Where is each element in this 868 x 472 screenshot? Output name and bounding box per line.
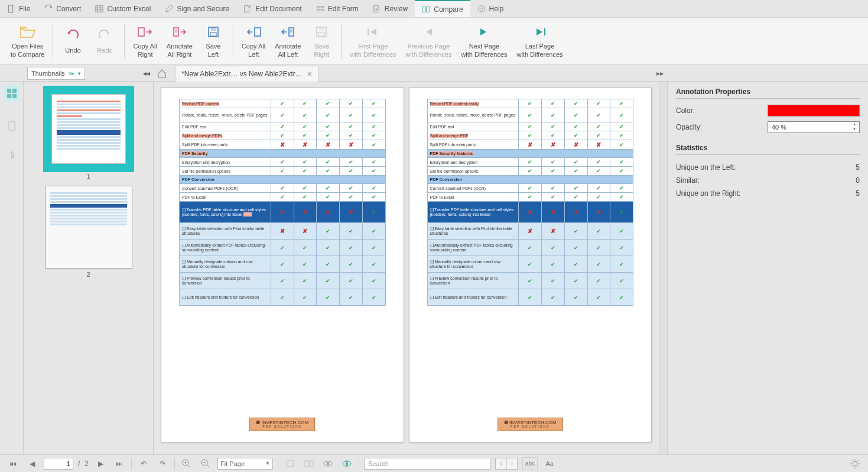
view-mode-2-icon[interactable] [302,457,316,470]
redo-label: Redo [97,47,112,54]
rotate-cw-button[interactable]: ↷ [155,457,170,470]
menu-custom-excel-label: Custom Excel [107,5,151,13]
thumbnails-tool-icon[interactable] [4,85,20,102]
bookmarks-tool-icon[interactable] [4,118,20,135]
home-button[interactable] [154,66,170,80]
menu-review[interactable]: Review [366,0,415,17]
svg-rect-32 [7,94,11,98]
color-swatch[interactable] [768,105,860,117]
document-tab-title: *New Able2Extr… vs New Able2Extr… [181,70,303,78]
thumbnail-mode-select[interactable]: Thumbnails ≡▸ ▾ [27,67,85,80]
edit-doc-icon [243,5,252,13]
zoom-mode-select[interactable]: Fit Page ▼ [217,458,273,470]
copy-all-right-button[interactable]: Copy All Right [128,18,161,64]
case-toggle[interactable]: Aa [542,457,557,470]
first-page-button[interactable]: ⏮ [6,457,20,470]
ribbon-divider [124,24,125,59]
menu-edit-form[interactable]: Edit Form [309,0,366,17]
menu-sign-secure[interactable]: Sign and Secure [158,0,236,17]
menu-file[interactable]: File [0,0,37,17]
convert-icon [44,5,53,13]
close-tab-icon[interactable]: × [307,69,312,79]
thumbnail-list[interactable]: 1 2 [24,82,153,454]
search-placeholder: Search [368,460,389,467]
copy-all-left-button[interactable]: Copy All Left [237,18,270,64]
status-divider [131,458,132,470]
svg-point-50 [853,461,857,466]
spinner-down-icon[interactable]: ▼ [851,127,858,132]
rotate-ccw-button[interactable]: ↶ [136,457,151,470]
svg-line-58 [851,466,853,467]
page-number-input[interactable] [44,458,73,470]
menu-compare[interactable]: Compare [415,0,470,17]
whole-word-toggle[interactable]: abc [522,457,538,470]
collapse-panel-icon[interactable]: ◂◂ [143,69,150,77]
save-left-button[interactable]: Save Left [197,18,229,64]
expand-right-panel-icon[interactable]: ▸▸ [656,69,664,77]
svg-rect-20 [210,33,216,36]
svg-rect-42 [287,461,294,467]
next-page-label: Next Page with Differences [461,43,507,58]
view-mode-3-icon[interactable] [321,457,335,470]
status-divider [359,458,359,470]
menu-help[interactable]: ? Help [470,0,511,17]
search-prev-button[interactable]: ‹ [496,458,506,469]
search-next-button[interactable]: › [506,458,517,469]
grid-icon [95,5,103,13]
redo-icon [96,28,113,44]
menu-convert-label: Convert [56,5,81,13]
search-nav: ‹ › [495,458,518,470]
page-left: Redact PDF content✔✔✔✔✔Rotate, scale, re… [161,88,404,442]
annotate-all-left-label: Annotate All Left [275,43,301,58]
last-page-diff-button[interactable]: Last Page with Differences [512,18,567,64]
svg-rect-7 [317,6,324,8]
svg-rect-44 [310,461,313,467]
theme-toggle-icon[interactable] [848,457,862,470]
unique-right-label: Unique on the Right: [676,189,740,198]
undo-button[interactable]: Undo [57,18,89,64]
next-page-diff-button[interactable]: Next Page with Differences [456,18,512,64]
svg-line-56 [858,466,859,467]
menu-file-label: File [19,5,30,13]
menu-edit-document[interactable]: Edit Document [236,0,309,17]
annotation-properties-panel: Annotation Properties Color: Opacity: 40… [667,82,868,454]
thumbnail-panel: 1 2 [24,82,154,454]
view-mode-1-icon[interactable] [283,457,297,470]
svg-rect-19 [211,27,216,31]
last-page-button[interactable]: ⏭ [112,457,126,470]
attachments-tool-icon[interactable] [4,147,20,163]
zoom-mode-value: Fit Page [220,460,245,467]
prev-page-button[interactable]: ◀ [25,457,39,470]
chevron-down-icon: ▾ [78,70,81,76]
open-files-button[interactable]: Open Files to Compare [6,18,49,64]
annotate-all-left-button[interactable]: Annotate All Left [270,18,305,64]
svg-rect-14 [138,28,144,36]
annotate-left-icon [279,24,296,40]
document-tab[interactable]: *New Able2Extr… vs New Able2Extr… × [175,66,318,82]
menu-custom-excel[interactable]: Custom Excel [88,0,158,17]
thumbnail-1[interactable]: 1 [45,88,132,180]
annotate-all-right-button[interactable]: Annotate All Right [162,18,197,64]
opacity-label: Opacity: [676,123,706,131]
opacity-input[interactable]: 40 % ▲▼ [768,121,860,133]
view-mode-4-icon[interactable] [340,457,354,470]
thumbnail-2[interactable]: 2 [45,186,132,278]
annotation-properties-title: Annotation Properties [676,88,860,99]
svg-rect-33 [12,94,17,98]
prev-page-label: Previous Page with Differences [405,43,451,58]
search-input[interactable]: Search [364,458,490,470]
zoom-in-button[interactable] [180,457,194,470]
folder-open-icon [19,24,36,40]
copy-all-left-label: Copy All Left [242,43,265,58]
status-divider [174,458,175,470]
help-icon: ? [477,5,486,13]
open-files-label: Open Files to Compare [11,43,44,58]
page-separator: / [78,460,80,468]
next-page-button[interactable]: ▶ [93,457,108,470]
unique-left-label: Unique on the Left: [676,163,736,172]
svg-rect-30 [7,89,11,93]
spinner-up-icon[interactable]: ▲ [851,122,858,127]
vertical-scrollbar[interactable] [659,82,667,454]
zoom-out-button[interactable] [199,457,213,470]
menu-convert[interactable]: Convert [37,0,88,17]
